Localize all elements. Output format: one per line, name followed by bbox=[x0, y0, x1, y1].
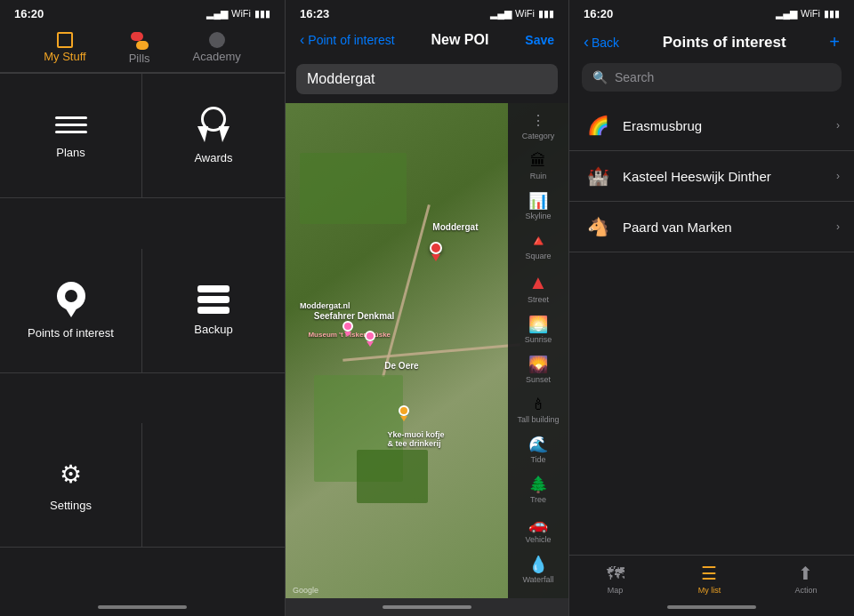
battery-icon-2: ▮▮▮ bbox=[538, 8, 554, 20]
category-ruin-label: Ruin bbox=[530, 172, 547, 180]
grid-cell-backup[interactable]: Backup bbox=[142, 249, 285, 373]
category-tree[interactable]: 🌲 Tree bbox=[508, 471, 568, 509]
vehicle-icon: 🚗 bbox=[528, 516, 548, 532]
academy-icon bbox=[209, 32, 225, 48]
more-dots-icon: ⋮ bbox=[531, 112, 545, 129]
action-tab-icon: ⬆ bbox=[798, 563, 813, 584]
add-poi-button[interactable]: + bbox=[829, 32, 840, 52]
save-button[interactable]: Save bbox=[525, 33, 554, 47]
erasmusbrug-icon: 🌈 bbox=[584, 111, 612, 140]
tab-bar-1: My Stuff Pills Academy bbox=[0, 25, 285, 73]
map-tab-label: Map bbox=[608, 586, 624, 595]
kasteel-icon: 🏰 bbox=[584, 162, 612, 190]
category-sunset[interactable]: 🌄 Sunset bbox=[508, 351, 568, 389]
home-bar-1 bbox=[98, 605, 187, 609]
tab-my-stuff[interactable]: My Stuff bbox=[22, 32, 107, 65]
signal-icon: ▂▄▆ bbox=[206, 8, 228, 20]
search-bar[interactable]: 🔍 Search bbox=[582, 63, 842, 92]
home-indicator-1 bbox=[0, 598, 285, 616]
category-tide[interactable]: 🌊 Tide bbox=[508, 431, 568, 469]
category-ruin[interactable]: 🏛 Ruin bbox=[508, 148, 568, 186]
tall-building-icon: 🕯 bbox=[530, 396, 546, 412]
panel-new-poi: 16:23 ▂▄▆ WiFi ▮▮▮ ‹ Point of interest N… bbox=[285, 0, 569, 616]
bottom-tab-bar: 🗺 Map ☰ My list ⬆ Action bbox=[569, 555, 854, 598]
category-waterfall[interactable]: 💧 Waterfall bbox=[508, 551, 568, 589]
time-1: 16:20 bbox=[14, 7, 44, 20]
signal-icon-3: ▂▄▆ bbox=[776, 8, 797, 20]
category-vehicle-label: Vehicle bbox=[525, 535, 551, 544]
category-vehicle[interactable]: 🚗 Vehicle bbox=[508, 511, 568, 549]
category-tall-building[interactable]: 🕯 Tall building bbox=[508, 391, 568, 429]
street-icon: ▲ bbox=[528, 273, 548, 292]
tab-my-list[interactable]: ☰ My list bbox=[681, 563, 739, 595]
tab-map[interactable]: 🗺 Map bbox=[589, 564, 642, 595]
back-chevron-icon-3: ‹ bbox=[584, 33, 589, 52]
category-tide-label: Tide bbox=[530, 455, 545, 464]
grid-cell-settings[interactable]: ⚙ Settings bbox=[0, 423, 142, 548]
backup-icon bbox=[196, 285, 231, 314]
poi-label: Points of interest bbox=[28, 326, 114, 340]
poi-name-input[interactable] bbox=[296, 64, 558, 94]
grid-cell-poi[interactable]: Points of interest bbox=[0, 249, 142, 373]
map-view[interactable]: Seefahrer Denkmal Moddergat De Oere Yke-… bbox=[286, 103, 568, 598]
map-label-deoere: De Oere bbox=[384, 361, 418, 371]
category-street-label: Street bbox=[528, 295, 549, 304]
sunset-icon: 🌄 bbox=[528, 356, 548, 372]
plans-label: Plans bbox=[56, 146, 85, 159]
waterfall-icon: 💧 bbox=[528, 556, 548, 572]
grid-cell-plans[interactable]: Plans bbox=[0, 74, 142, 198]
tree-icon: 🌲 bbox=[528, 476, 548, 492]
category-street[interactable]: ▲ Street bbox=[508, 268, 568, 309]
pills-icon bbox=[131, 32, 149, 50]
list-item-kasteel[interactable]: 🏰 Kasteel Heeswijk Dinther › bbox=[569, 151, 854, 202]
status-bar-1: 16:20 ▂▄▆ WiFi ▮▮▮ bbox=[0, 0, 285, 25]
skyline-icon: 📊 bbox=[528, 193, 548, 209]
tab-pills[interactable]: Pills bbox=[108, 32, 172, 65]
chevron-icon-1: › bbox=[836, 119, 840, 132]
battery-icon-3: ▮▮▮ bbox=[824, 8, 840, 20]
category-skyline[interactable]: 📊 Skyline bbox=[508, 188, 568, 226]
poi-list: 🌈 Erasmusbrug › 🏰 Kasteel Heeswijk Dinth… bbox=[569, 100, 854, 555]
square-icon: 🔺 bbox=[528, 233, 548, 249]
back-button-3[interactable]: ‹ Back bbox=[584, 33, 619, 52]
map-marker-2 bbox=[342, 321, 353, 337]
list-item-paard[interactable]: 🐴 Paard van Marken › bbox=[569, 202, 854, 252]
plans-icon bbox=[55, 112, 87, 137]
nav-bar-2: ‹ Point of interest New POI Save bbox=[286, 25, 568, 55]
map-label-moddergat2: Moddergat.nl bbox=[300, 301, 350, 310]
sunrise-icon: 🌅 bbox=[528, 316, 548, 332]
status-icons-3: ▂▄▆ WiFi ▮▮▮ bbox=[776, 8, 840, 20]
map-label-moddergat: Moddergat bbox=[432, 222, 478, 232]
awards-icon bbox=[196, 107, 231, 142]
category-more[interactable]: ⋮ Category bbox=[508, 107, 568, 146]
nav-bar-3: ‹ Back Points of interest + bbox=[569, 25, 854, 60]
panel-poi-list: 16:20 ▂▄▆ WiFi ▮▮▮ ‹ Back Points of inte… bbox=[569, 0, 854, 616]
category-sunrise-label: Sunrise bbox=[525, 335, 552, 344]
poi-list-title: Points of interest bbox=[663, 34, 786, 52]
search-glass-icon: 🔍 bbox=[592, 70, 608, 84]
list-item-erasmusbrug[interactable]: 🌈 Erasmusbrug › bbox=[569, 100, 854, 151]
category-sunrise[interactable]: 🌅 Sunrise bbox=[508, 311, 568, 349]
back-to-poi-button[interactable]: ‹ Point of interest bbox=[300, 32, 395, 48]
status-icons-2: ▂▄▆ WiFi ▮▮▮ bbox=[490, 8, 554, 20]
map-marker[interactable] bbox=[430, 242, 442, 261]
category-tree-label: Tree bbox=[530, 495, 546, 504]
category-skyline-label: Skyline bbox=[525, 212, 551, 220]
menu-grid: Plans Awards Points of interest bbox=[0, 73, 285, 598]
category-square-label: Square bbox=[525, 252, 551, 260]
wifi-icon: WiFi bbox=[231, 8, 251, 19]
chevron-icon-3: › bbox=[836, 220, 840, 233]
awards-label: Awards bbox=[194, 151, 232, 164]
category-sidebar: ⋮ Category 🏛 Ruin 📊 Skyline 🔺 Square ▲ S… bbox=[508, 103, 568, 598]
grid-cell-awards[interactable]: Awards bbox=[142, 74, 285, 198]
map-label-yke: Yke-muoi kofje& tee drinkerij bbox=[387, 430, 444, 448]
category-square[interactable]: 🔺 Square bbox=[508, 228, 568, 266]
tab-action[interactable]: ⬆ Action bbox=[777, 563, 834, 595]
backup-label: Backup bbox=[194, 323, 232, 336]
back-label: Point of interest bbox=[308, 33, 394, 47]
battery-icon: ▮▮▮ bbox=[254, 8, 270, 20]
google-label: Google bbox=[293, 586, 318, 595]
settings-label: Settings bbox=[50, 499, 92, 512]
tab-academy[interactable]: Academy bbox=[172, 32, 262, 65]
map-label-seefahrer: Seefahrer Denkmal bbox=[314, 311, 395, 321]
